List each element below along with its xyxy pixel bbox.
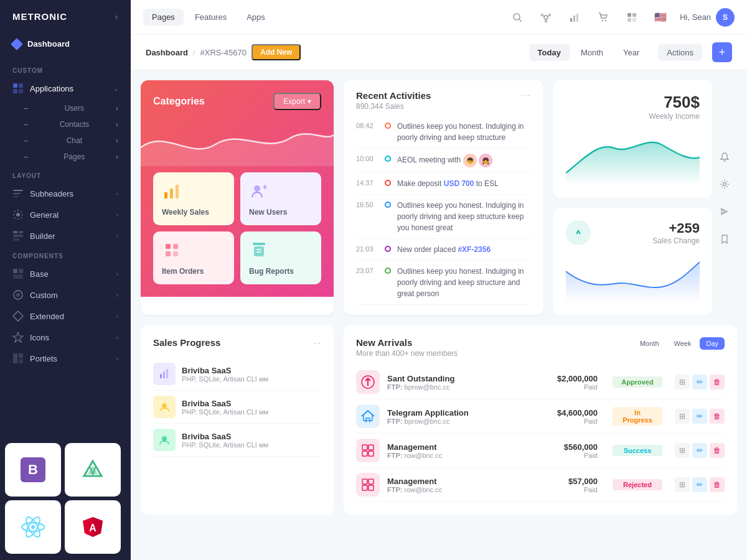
cart-icon[interactable] (594, 8, 613, 27)
arrival-ftp-3: FTP: row@bnc.cc (387, 452, 557, 459)
sidebar-item-users[interactable]: – Users › (0, 100, 131, 116)
arrival-action-edit-4[interactable]: ✏ (692, 477, 707, 492)
add-icon-button[interactable]: + (712, 42, 732, 62)
arrival-action-delete-4[interactable]: 🗑 (710, 477, 725, 492)
right-cards: 750$ Weekly Income (553, 80, 712, 315)
progress-item-title-3: Briviba SaaS (182, 432, 321, 441)
progress-icon-3 (153, 429, 176, 451)
svg-rect-14 (13, 274, 23, 279)
bookmark-icon[interactable] (715, 229, 735, 249)
arrival-action-edit-2[interactable]: ✏ (692, 409, 707, 424)
sidebar-item-applications[interactable]: Applications ⌄ (0, 78, 131, 99)
layout-section-label: LAYOUT (0, 166, 131, 183)
arrival-status-3: Success (613, 445, 662, 456)
sidebar-item-extended[interactable]: Extended › (0, 306, 131, 327)
sidebar-logo: METRONIC ‹ (0, 0, 131, 33)
add-new-button[interactable]: Add New (251, 44, 301, 60)
arrivals-title: New Arrivals (356, 337, 458, 348)
actions-button[interactable]: Actions (658, 44, 702, 61)
timeline-dot (385, 246, 391, 252)
arrivals-day-btn[interactable]: Day (700, 337, 725, 350)
svg-rect-78 (362, 485, 367, 490)
nav-links: Pages Features Apps (143, 9, 274, 26)
sidebar-item-builder[interactable]: Builder › (0, 225, 131, 246)
activities-menu-icon[interactable]: ··· (520, 90, 531, 100)
arrival-price-3: $560,000 (564, 442, 598, 452)
sidebar-item-contacts[interactable]: – Contacts › (0, 116, 131, 133)
svg-point-45 (602, 19, 603, 21)
month-button[interactable]: Month (572, 44, 612, 61)
today-button[interactable]: Today (529, 44, 570, 61)
export-button[interactable]: Export ▾ (273, 93, 321, 110)
arrival-row: Management FTP: row@bnc.cc $560,000 Paid… (356, 434, 725, 468)
year-button[interactable]: Year (614, 44, 648, 61)
sidebar-item-chat[interactable]: – Chat › (0, 133, 131, 149)
nav-link-features[interactable]: Features (186, 9, 235, 26)
notification-icon[interactable] (715, 147, 735, 167)
arrival-action-copy-3[interactable]: ⊞ (675, 443, 690, 458)
extended-label: Extended (30, 312, 64, 321)
arrival-action-delete-1[interactable]: 🗑 (710, 375, 725, 390)
arrival-action-delete-3[interactable]: 🗑 (710, 443, 725, 458)
svg-rect-53 (176, 185, 179, 198)
applications-label: Applications (30, 84, 73, 93)
dashboard-content: Categories Export ▾ (131, 70, 747, 525)
sidebar-collapse-icon[interactable]: ‹ (115, 12, 118, 21)
settings-icon[interactable] (715, 174, 735, 194)
app-name: METRONIC (12, 11, 67, 22)
search-icon[interactable] (508, 8, 527, 27)
svg-rect-57 (173, 244, 178, 249)
sidebar-item-custom[interactable]: Custom › (0, 284, 131, 306)
sidebar-item-subheaders[interactable]: Subheaders › (0, 183, 131, 204)
sidebar-item-icons[interactable]: Icons › (0, 327, 131, 348)
income-chart (566, 123, 700, 185)
dashboard-label: Dashboard (27, 39, 70, 49)
income-amount: 750$ (649, 93, 700, 112)
sales-progress-menu-icon[interactable]: ·· (314, 338, 321, 348)
bottom-grid: Sales Progress ·· Briviba SaaS PHP, SQLi… (141, 325, 737, 515)
arrival-action-copy-1[interactable]: ⊞ (675, 375, 690, 390)
timeline-item: 08:42 Outlines keep you honest. Indulgin… (356, 116, 531, 149)
sidebar-dashboard-item[interactable]: Dashboard (0, 33, 131, 61)
custom-icon (12, 289, 24, 301)
builder-label: Builder (30, 231, 55, 241)
arrival-action-delete-2[interactable]: 🗑 (710, 409, 725, 424)
categories-title: Categories (153, 96, 205, 107)
weekly-sales-icon (162, 181, 182, 201)
timeline: 08:42 Outlines keep you honest. Indulgin… (344, 116, 543, 315)
chart-icon[interactable] (565, 8, 584, 27)
mini-card-weekly-sales: Weekly Sales (153, 172, 234, 225)
arrivals-month-btn[interactable]: Month (634, 337, 665, 350)
svg-rect-1 (19, 83, 23, 88)
network-icon[interactable] (537, 8, 555, 27)
avatar-1: 👦 (463, 154, 477, 167)
main-layout: Pages Features Apps 🇺🇸 (131, 0, 747, 560)
chat-label: Chat (67, 136, 82, 145)
item-orders-icon (162, 240, 182, 260)
send-icon[interactable] (715, 202, 735, 222)
arrival-action-edit-1[interactable]: ✏ (692, 375, 707, 390)
mini-card-item-orders: Item Orders (153, 231, 234, 284)
arrival-price-2: $4,600,000 (557, 408, 598, 418)
svg-rect-10 (13, 235, 23, 237)
nav-link-pages[interactable]: Pages (143, 9, 184, 26)
arrival-action-edit-3[interactable]: ✏ (692, 443, 707, 458)
arrival-action-copy-4[interactable]: ⊞ (675, 477, 690, 492)
svg-rect-66 (160, 374, 162, 378)
svg-rect-59 (173, 251, 178, 256)
arrivals-week-btn[interactable]: Week (668, 337, 698, 350)
sidebar-item-base[interactable]: Base › (0, 263, 131, 284)
sidebar-item-general[interactable]: General › (0, 204, 131, 225)
arrival-row: Telegram Application FTP: bprow@bnc.cc $… (356, 399, 725, 434)
sidebar-item-pages[interactable]: – Pages › (0, 149, 131, 165)
right-sidebar-icons (712, 80, 737, 315)
arrival-action-copy-2[interactable]: ⊞ (675, 409, 690, 424)
sidebar-item-portlets[interactable]: Portlets › (0, 348, 131, 369)
user-greeting[interactable]: Hi, Sean S (680, 8, 735, 27)
svg-point-54 (254, 185, 260, 192)
nav-link-apps[interactable]: Apps (238, 9, 274, 26)
icons-icon (12, 332, 24, 343)
flag-icon[interactable]: 🇺🇸 (651, 8, 670, 27)
arrival-icon-2 (356, 404, 380, 428)
grid-icon[interactable] (622, 8, 641, 27)
